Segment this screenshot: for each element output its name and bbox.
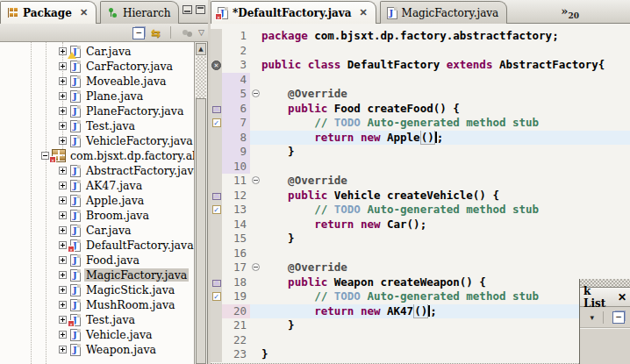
line-number: 8 [222,131,250,146]
expand-node-icon[interactable] [59,167,67,175]
tree-item-com-bjsxt-dp-factory-ab[interactable]: com.bjsxt.dp.factory.ab [0,148,194,163]
expand-node-icon[interactable] [59,211,67,219]
expand-node-icon[interactable] [59,122,67,130]
code-text[interactable]: } [261,318,630,333]
override-indicator-icon[interactable] [213,192,220,198]
expand-node-icon[interactable] [59,271,67,279]
tab-type-hierarchy[interactable]: Hierarch [100,1,179,24]
code-text[interactable]: // TODO Auto-generated method stub [261,116,630,131]
tree-item-apple-java[interactable]: Apple.java [0,193,194,208]
expand-node-icon[interactable] [59,226,67,234]
hidden-editors-chevron[interactable]: »20 [561,4,579,20]
code-text[interactable]: public Vehicle createVehicle() { [261,189,630,203]
tree-item-mushroom-java[interactable]: MushRoom.java [0,297,194,312]
tree-item-vehicle-java[interactable]: Vehicle.java [0,327,194,342]
collapse-fold-icon[interactable] [252,263,260,271]
collapse-all-icon[interactable] [132,27,146,39]
expand-node-icon[interactable] [59,316,67,324]
close-icon[interactable]: ✕ [80,7,88,18]
code-text[interactable] [261,246,630,261]
tree-item-car-java[interactable]: Car.java [0,44,194,59]
scrollbar-track[interactable] [196,56,206,98]
override-indicator-icon[interactable] [213,279,220,285]
close-icon[interactable]: ✕ [360,7,368,18]
tree-item-weapon-java[interactable]: Weapon.java [0,342,194,357]
expand-node-icon[interactable] [59,301,67,309]
dropdown-arrow-icon[interactable]: ▾ [590,313,594,322]
code-text[interactable]: } [261,232,630,246]
code-editor[interactable]: 1package com.bjsxt.dp.factory.abstractfa… [211,24,630,364]
expand-node-icon[interactable] [59,286,67,294]
code-text[interactable]: // TODO Auto-generated method stub [261,203,630,218]
error-marker-icon[interactable]: ✕ [211,61,221,70]
tab-package-explorer[interactable]: Package ✕ [0,1,97,24]
code-text[interactable]: public Weapon createWeapon() { [261,275,630,290]
tree-item-label: Weapon.java [84,343,158,356]
tree-vertical-scrollbar[interactable]: ▲ [194,42,207,364]
package-explorer-tree: Car.javaCarFactory.javaMoveable.javaPlan… [0,42,208,364]
tree-item-vehiclefactory-java[interactable]: VehicleFactory.java [0,133,194,148]
expand-node-icon[interactable] [59,256,67,264]
code-text[interactable]: package com.bjsxt.dp.factory.abstractfac… [261,29,630,44]
tree-item-abstractfactory-java[interactable]: AbstractFactory.java [0,163,194,178]
code-text[interactable]: // TODO Auto-generated method stub [261,289,630,304]
tree-item-test-java[interactable]: Test.java [0,312,194,327]
tree-item-defaultfactory-java[interactable]: DefaultFactory.java [0,238,194,253]
tree-item-magicstick-java[interactable]: MagicStick.java [0,282,194,297]
code-text[interactable]: public class DefaultFactory extends Abst… [261,58,630,73]
minimize-view-button[interactable] [183,5,192,14]
code-text[interactable] [261,160,630,175]
editor-tab-defaultfactory[interactable]: *DefaultFactory.java ✕ [211,1,376,24]
tree-item-moveable-java[interactable]: Moveable.java [0,74,194,89]
task-marker-icon[interactable] [212,118,221,127]
code-text[interactable]: @Override [261,87,630,102]
code-text[interactable]: return new Apple(); [261,131,630,146]
override-indicator-icon[interactable] [213,105,220,111]
editor-tab-magicfactory[interactable]: MagicFactory.java [380,1,508,24]
expand-node-icon[interactable] [59,92,67,100]
maximize-view-button[interactable] [196,5,205,14]
code-text[interactable] [261,73,630,88]
code-text[interactable]: } [261,347,630,362]
task-list-tab-label[interactable]: k List [583,285,612,310]
scrollbar-thumb[interactable] [196,98,206,364]
expand-node-icon[interactable] [59,77,67,85]
expand-node-icon[interactable] [59,196,67,204]
code-text[interactable]: return new Car(); [261,218,630,232]
collapse-node-icon[interactable] [41,152,49,160]
expand-node-icon[interactable] [59,346,67,353]
task-marker-icon[interactable] [212,205,221,214]
tree-item-broom-java[interactable]: Broom.java [0,208,194,223]
link-with-editor-icon[interactable]: ⇆ [151,27,161,39]
code-text[interactable]: } [261,145,630,160]
code-text[interactable]: @Override [261,174,630,189]
tree-item-carfactory-java[interactable]: CarFactory.java [0,59,194,74]
tree-item-plane-java[interactable]: Plane.java [0,89,194,103]
tree-item-food-java[interactable]: Food.java [0,253,194,268]
expand-node-icon[interactable] [59,241,67,249]
code-text[interactable] [261,333,630,348]
task-marker-icon[interactable] [212,292,221,301]
expand-node-icon[interactable] [59,137,67,145]
dropdown-arrow-icon[interactable]: ▽ [198,28,204,37]
code-text[interactable]: return new AK47(); [261,304,630,319]
tree-item-magicfactory-java[interactable]: MagicFactory.java [0,268,194,282]
expand-node-icon[interactable] [59,107,67,115]
expand-node-icon[interactable] [59,331,67,339]
collapse-fold-icon[interactable] [252,176,260,184]
close-icon[interactable]: ✕ [618,291,626,303]
collapse-fold-icon[interactable] [252,89,260,97]
code-text[interactable]: @Override [261,261,630,275]
expand-node-icon[interactable] [59,47,67,55]
tree-item-planefactory-java[interactable]: PlaneFactory.java [0,103,194,118]
tree-item-ak47-java[interactable]: AK47.java [0,178,194,193]
tree-item-car-java[interactable]: Car.java [0,223,194,238]
expand-node-icon[interactable] [59,182,67,189]
scrollbar-up-arrow[interactable]: ▲ [196,43,206,55]
tree-item-test-java[interactable]: Test.java [0,118,194,133]
collapse-all-icon[interactable] [612,311,626,323]
expand-node-icon[interactable] [59,62,67,70]
annotation-ruler [211,246,222,261]
code-text[interactable]: public Food createFood() { [261,102,630,117]
code-text[interactable] [261,44,630,59]
